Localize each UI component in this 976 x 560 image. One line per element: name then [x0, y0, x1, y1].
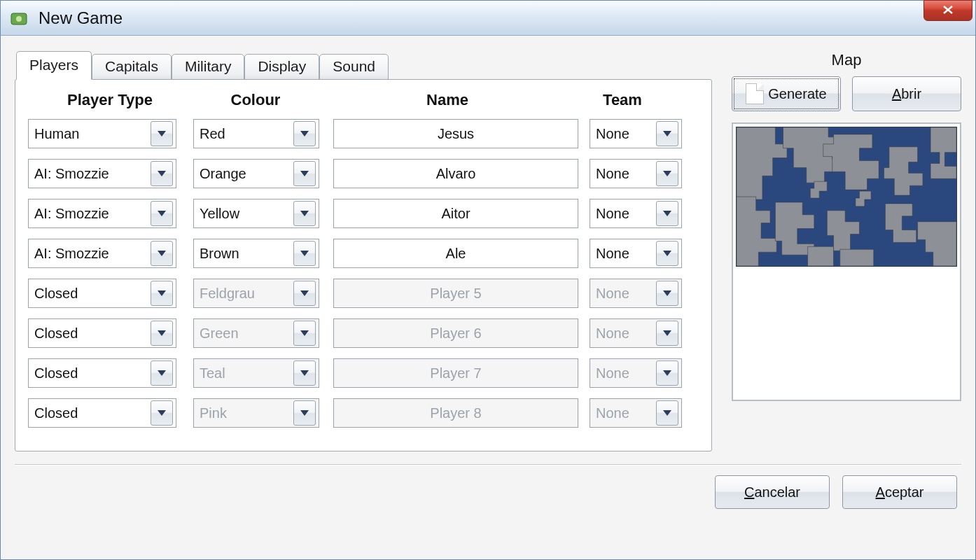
svg-marker-13: [158, 251, 166, 256]
player-row: HumanRedJesusNone: [28, 119, 699, 148]
chevron-down-icon[interactable]: [656, 321, 678, 346]
chevron-down-icon[interactable]: [656, 360, 678, 386]
player-type-select[interactable]: Closed: [28, 358, 176, 388]
accept-button[interactable]: Aceptar: [842, 475, 957, 509]
name-value: Aitor: [441, 206, 470, 222]
chevron-down-icon[interactable]: [151, 201, 173, 226]
team-value: None: [596, 326, 656, 342]
team-value: None: [596, 166, 656, 182]
name-input[interactable]: Player 8: [333, 398, 578, 428]
chevron-down-icon[interactable]: [293, 400, 316, 426]
open-map-button[interactable]: Abrir: [852, 76, 961, 111]
team-select[interactable]: None: [590, 358, 682, 388]
player-type-select[interactable]: Closed: [28, 318, 176, 348]
chevron-down-icon[interactable]: [656, 241, 678, 266]
colour-select[interactable]: Feldgrau: [193, 279, 319, 308]
chevron-down-icon[interactable]: [151, 400, 173, 426]
svg-marker-12: [663, 211, 671, 216]
team-select[interactable]: None: [590, 318, 682, 348]
name-value: Player 8: [430, 405, 481, 421]
chevron-down-icon[interactable]: [151, 281, 173, 306]
colour-select[interactable]: Pink: [193, 398, 319, 428]
colour-select[interactable]: Brown: [193, 239, 319, 268]
generate-button[interactable]: Generate: [732, 76, 841, 111]
chevron-down-icon[interactable]: [293, 281, 316, 306]
chevron-down-icon[interactable]: [293, 121, 316, 146]
player-type-select[interactable]: AI: Smozzie: [28, 199, 176, 228]
chevron-down-icon[interactable]: [656, 161, 678, 186]
colour-select[interactable]: Teal: [193, 358, 319, 388]
chevron-down-icon[interactable]: [151, 161, 173, 186]
team-select[interactable]: None: [590, 159, 682, 188]
colour-value: Brown: [200, 246, 293, 262]
name-value: Jesus: [438, 126, 474, 142]
player-type-select[interactable]: Closed: [28, 398, 176, 428]
team-select[interactable]: None: [590, 119, 682, 148]
team-select[interactable]: None: [590, 398, 682, 428]
cancel-button[interactable]: Cancelar: [715, 475, 830, 509]
chevron-down-icon[interactable]: [293, 321, 316, 346]
tab-sound[interactable]: Sound: [319, 54, 389, 80]
player-type-value: AI: Smozzie: [34, 246, 151, 262]
name-input[interactable]: Alvaro: [333, 159, 578, 188]
chevron-down-icon[interactable]: [656, 281, 678, 306]
name-input[interactable]: Ale: [333, 239, 578, 268]
generate-button-label: Generate: [768, 86, 826, 102]
chevron-down-icon[interactable]: [293, 161, 316, 186]
map-column: Map Generate Abrir: [732, 51, 961, 401]
chevron-down-icon[interactable]: [293, 360, 316, 386]
player-row: ClosedFeldgrauPlayer 5None: [28, 279, 699, 308]
colour-value: Yellow: [200, 206, 293, 222]
team-select[interactable]: None: [590, 279, 682, 308]
open-map-button-label: Abrir: [892, 86, 921, 102]
svg-marker-10: [158, 211, 166, 216]
chevron-down-icon[interactable]: [151, 360, 173, 386]
svg-marker-24: [663, 370, 671, 376]
chevron-down-icon[interactable]: [656, 201, 678, 226]
colour-select[interactable]: Yellow: [193, 199, 319, 228]
chevron-down-icon[interactable]: [293, 241, 316, 266]
chevron-down-icon[interactable]: [151, 121, 173, 146]
chevron-down-icon[interactable]: [656, 400, 678, 426]
team-value: None: [596, 126, 656, 142]
name-value: Player 5: [430, 286, 481, 302]
team-value: None: [596, 365, 656, 382]
name-input[interactable]: Player 7: [333, 358, 578, 388]
close-button[interactable]: [923, 0, 972, 21]
col-header-name: Name: [319, 91, 576, 109]
name-input[interactable]: Aitor: [333, 199, 578, 228]
team-select[interactable]: None: [590, 239, 682, 268]
colour-select[interactable]: Red: [193, 119, 319, 148]
svg-marker-5: [300, 131, 309, 136]
name-input[interactable]: Player 5: [333, 279, 578, 308]
player-type-value: AI: Smozzie: [34, 206, 151, 222]
dialog-buttons: Cancelar Aceptar: [15, 475, 961, 509]
player-type-select[interactable]: AI: Smozzie: [28, 239, 176, 268]
name-value: Player 7: [430, 365, 481, 382]
chevron-down-icon[interactable]: [656, 121, 678, 146]
svg-marker-4: [158, 131, 166, 136]
player-row: ClosedGreenPlayer 6None: [28, 318, 699, 348]
chevron-down-icon[interactable]: [293, 201, 316, 226]
colour-select[interactable]: Green: [193, 318, 319, 348]
player-type-select[interactable]: Human: [28, 119, 176, 148]
chevron-down-icon[interactable]: [151, 321, 173, 346]
team-value: None: [596, 246, 656, 262]
colour-select[interactable]: Orange: [193, 159, 319, 188]
tab-players[interactable]: Players: [16, 51, 92, 80]
name-input[interactable]: Jesus: [333, 119, 578, 148]
player-type-value: Human: [34, 126, 151, 142]
team-select[interactable]: None: [590, 199, 682, 228]
svg-marker-22: [158, 370, 166, 376]
player-type-value: Closed: [34, 326, 151, 342]
player-type-select[interactable]: Closed: [28, 279, 176, 308]
tab-military[interactable]: Military: [172, 54, 245, 80]
colour-value: Teal: [200, 365, 293, 382]
tab-display[interactable]: Display: [244, 54, 319, 80]
tab-page-players: Player Type Colour Name Team HumanRedJes…: [15, 79, 712, 451]
tab-capitals[interactable]: Capitals: [92, 54, 172, 80]
player-type-select[interactable]: AI: Smozzie: [28, 159, 176, 188]
name-input[interactable]: Player 6: [333, 318, 578, 348]
chevron-down-icon[interactable]: [151, 241, 173, 266]
player-type-value: Closed: [34, 286, 151, 302]
